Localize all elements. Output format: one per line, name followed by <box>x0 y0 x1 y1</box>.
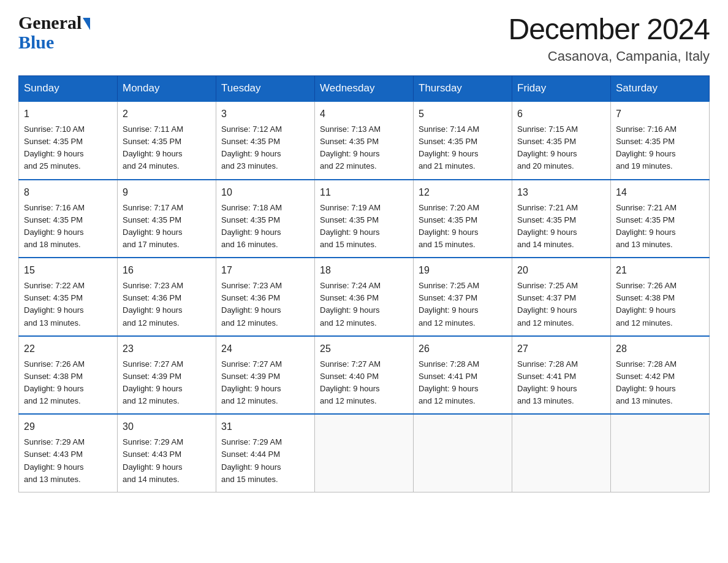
calendar-cell: 27Sunrise: 7:28 AMSunset: 4:41 PMDayligh… <box>512 336 611 415</box>
calendar-cell: 25Sunrise: 7:27 AMSunset: 4:40 PMDayligh… <box>315 336 414 415</box>
calendar-cell: 24Sunrise: 7:27 AMSunset: 4:39 PMDayligh… <box>216 336 315 415</box>
day-info: Sunrise: 7:26 AMSunset: 4:38 PMDaylight:… <box>616 280 704 329</box>
title-section: December 2024 Casanova, Campania, Italy <box>508 12 710 64</box>
calendar-cell: 5Sunrise: 7:14 AMSunset: 4:35 PMDaylight… <box>414 101 512 180</box>
day-info: Sunrise: 7:27 AMSunset: 4:39 PMDaylight:… <box>123 358 211 408</box>
calendar-cell: 22Sunrise: 7:26 AMSunset: 4:38 PMDayligh… <box>19 336 118 415</box>
day-info: Sunrise: 7:15 AMSunset: 4:35 PMDaylight:… <box>517 123 605 173</box>
column-header-sunday: Sunday <box>19 76 118 102</box>
column-header-saturday: Saturday <box>611 76 710 102</box>
day-info: Sunrise: 7:14 AMSunset: 4:35 PMDaylight:… <box>419 123 507 173</box>
calendar-cell: 21Sunrise: 7:26 AMSunset: 4:38 PMDayligh… <box>611 258 710 336</box>
day-number: 8 <box>24 185 112 200</box>
day-info: Sunrise: 7:28 AMSunset: 4:41 PMDaylight:… <box>419 358 507 408</box>
page-header: General Blue December 2024 Casanova, Cam… <box>18 12 710 64</box>
day-number: 20 <box>517 263 605 278</box>
calendar-week-row: 1Sunrise: 7:10 AMSunset: 4:35 PMDaylight… <box>19 101 710 180</box>
day-number: 16 <box>123 263 211 278</box>
day-number: 13 <box>517 185 605 200</box>
column-header-friday: Friday <box>512 76 611 102</box>
day-number: 21 <box>616 263 704 278</box>
column-header-thursday: Thursday <box>414 76 512 102</box>
day-info: Sunrise: 7:28 AMSunset: 4:42 PMDaylight:… <box>616 358 704 408</box>
calendar-cell: 7Sunrise: 7:16 AMSunset: 4:35 PMDaylight… <box>611 101 710 180</box>
day-info: Sunrise: 7:27 AMSunset: 4:39 PMDaylight:… <box>221 358 309 408</box>
day-info: Sunrise: 7:28 AMSunset: 4:41 PMDaylight:… <box>517 358 605 408</box>
logo: General Blue <box>18 12 90 53</box>
day-number: 31 <box>221 419 309 434</box>
calendar-week-row: 29Sunrise: 7:29 AMSunset: 4:43 PMDayligh… <box>19 414 710 492</box>
logo-general-text: General <box>18 12 82 33</box>
column-header-tuesday: Tuesday <box>216 76 315 102</box>
calendar-cell: 4Sunrise: 7:13 AMSunset: 4:35 PMDaylight… <box>315 101 414 180</box>
calendar-cell: 16Sunrise: 7:23 AMSunset: 4:36 PMDayligh… <box>118 258 216 336</box>
calendar-cell <box>414 414 512 492</box>
day-info: Sunrise: 7:23 AMSunset: 4:36 PMDaylight:… <box>221 280 309 329</box>
day-info: Sunrise: 7:29 AMSunset: 4:43 PMDaylight:… <box>24 436 112 486</box>
location-title: Casanova, Campania, Italy <box>508 48 710 64</box>
day-number: 27 <box>517 342 605 356</box>
day-number: 24 <box>221 342 309 356</box>
day-number: 19 <box>419 263 507 278</box>
day-info: Sunrise: 7:26 AMSunset: 4:38 PMDaylight:… <box>24 358 112 408</box>
day-info: Sunrise: 7:27 AMSunset: 4:40 PMDaylight:… <box>320 358 408 408</box>
day-info: Sunrise: 7:19 AMSunset: 4:35 PMDaylight:… <box>320 202 408 251</box>
day-info: Sunrise: 7:11 AMSunset: 4:35 PMDaylight:… <box>123 123 211 173</box>
calendar-cell: 13Sunrise: 7:21 AMSunset: 4:35 PMDayligh… <box>512 180 611 258</box>
calendar-cell: 1Sunrise: 7:10 AMSunset: 4:35 PMDaylight… <box>19 101 118 180</box>
calendar-week-row: 15Sunrise: 7:22 AMSunset: 4:35 PMDayligh… <box>19 258 710 336</box>
day-info: Sunrise: 7:22 AMSunset: 4:35 PMDaylight:… <box>24 280 112 329</box>
day-number: 6 <box>517 107 605 121</box>
calendar-cell: 9Sunrise: 7:17 AMSunset: 4:35 PMDaylight… <box>118 180 216 258</box>
day-info: Sunrise: 7:29 AMSunset: 4:43 PMDaylight:… <box>123 436 211 486</box>
day-info: Sunrise: 7:16 AMSunset: 4:35 PMDaylight:… <box>24 202 112 251</box>
day-number: 1 <box>24 107 112 121</box>
day-info: Sunrise: 7:23 AMSunset: 4:36 PMDaylight:… <box>123 280 211 329</box>
calendar-cell: 19Sunrise: 7:25 AMSunset: 4:37 PMDayligh… <box>414 258 512 336</box>
day-info: Sunrise: 7:18 AMSunset: 4:35 PMDaylight:… <box>221 202 309 251</box>
day-info: Sunrise: 7:13 AMSunset: 4:35 PMDaylight:… <box>320 123 408 173</box>
logo-arrow-icon <box>83 18 90 30</box>
calendar-cell: 14Sunrise: 7:21 AMSunset: 4:35 PMDayligh… <box>611 180 710 258</box>
day-number: 28 <box>616 342 704 356</box>
calendar-cell <box>512 414 611 492</box>
day-info: Sunrise: 7:16 AMSunset: 4:35 PMDaylight:… <box>616 123 704 173</box>
calendar-week-row: 22Sunrise: 7:26 AMSunset: 4:38 PMDayligh… <box>19 336 710 415</box>
day-info: Sunrise: 7:20 AMSunset: 4:35 PMDaylight:… <box>419 202 507 251</box>
day-info: Sunrise: 7:12 AMSunset: 4:35 PMDaylight:… <box>221 123 309 173</box>
day-number: 26 <box>419 342 507 356</box>
day-number: 15 <box>24 263 112 278</box>
day-number: 10 <box>221 185 309 200</box>
logo-blue-text: Blue <box>18 32 54 52</box>
day-number: 7 <box>616 107 704 121</box>
calendar-cell: 8Sunrise: 7:16 AMSunset: 4:35 PMDaylight… <box>19 180 118 258</box>
calendar-cell: 28Sunrise: 7:28 AMSunset: 4:42 PMDayligh… <box>611 336 710 415</box>
calendar-cell: 26Sunrise: 7:28 AMSunset: 4:41 PMDayligh… <box>414 336 512 415</box>
month-title: December 2024 <box>508 12 710 46</box>
day-number: 4 <box>320 107 408 121</box>
calendar-cell: 17Sunrise: 7:23 AMSunset: 4:36 PMDayligh… <box>216 258 315 336</box>
day-info: Sunrise: 7:17 AMSunset: 4:35 PMDaylight:… <box>123 202 211 251</box>
day-info: Sunrise: 7:10 AMSunset: 4:35 PMDaylight:… <box>24 123 112 173</box>
day-number: 5 <box>419 107 507 121</box>
day-number: 22 <box>24 342 112 356</box>
day-info: Sunrise: 7:21 AMSunset: 4:35 PMDaylight:… <box>517 202 605 251</box>
day-info: Sunrise: 7:25 AMSunset: 4:37 PMDaylight:… <box>419 280 507 329</box>
day-number: 29 <box>24 419 112 434</box>
calendar-cell: 6Sunrise: 7:15 AMSunset: 4:35 PMDaylight… <box>512 101 611 180</box>
calendar-cell: 11Sunrise: 7:19 AMSunset: 4:35 PMDayligh… <box>315 180 414 258</box>
calendar-header-row: SundayMondayTuesdayWednesdayThursdayFrid… <box>19 76 710 102</box>
column-header-wednesday: Wednesday <box>315 76 414 102</box>
day-number: 3 <box>221 107 309 121</box>
calendar-cell: 3Sunrise: 7:12 AMSunset: 4:35 PMDaylight… <box>216 101 315 180</box>
day-number: 30 <box>123 419 211 434</box>
calendar-cell: 31Sunrise: 7:29 AMSunset: 4:44 PMDayligh… <box>216 414 315 492</box>
calendar-table: SundayMondayTuesdayWednesdayThursdayFrid… <box>18 75 710 492</box>
calendar-cell: 2Sunrise: 7:11 AMSunset: 4:35 PMDaylight… <box>118 101 216 180</box>
calendar-cell: 10Sunrise: 7:18 AMSunset: 4:35 PMDayligh… <box>216 180 315 258</box>
day-number: 17 <box>221 263 309 278</box>
calendar-cell <box>315 414 414 492</box>
day-number: 12 <box>419 185 507 200</box>
day-number: 9 <box>123 185 211 200</box>
calendar-cell: 18Sunrise: 7:24 AMSunset: 4:36 PMDayligh… <box>315 258 414 336</box>
